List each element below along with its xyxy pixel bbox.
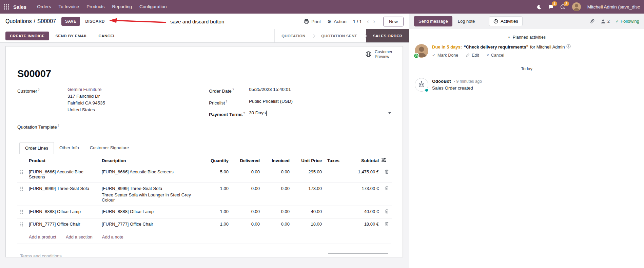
stage-sales-order[interactable]: SALES ORDER — [366, 29, 409, 42]
tab-customer-signature[interactable]: Customer Signature — [84, 142, 135, 154]
pricelist-value[interactable]: Public Pricelist (USD) — [249, 98, 391, 107]
cell-invoiced[interactable]: 0.00 — [262, 183, 292, 206]
cell-unit-price[interactable]: 173.00 — [292, 183, 325, 206]
pager-next-icon[interactable]: › — [371, 18, 377, 24]
cell-product[interactable]: [FURN_7777] Office Chair — [26, 218, 99, 231]
drag-handle-icon[interactable] — [20, 210, 23, 215]
terms-placeholder[interactable]: Terms and conditions... — [20, 253, 65, 257]
order-line-row[interactable]: [FURN_8888] Office Lamp [FURN_8888] Offi… — [17, 206, 392, 218]
order-date-value[interactable]: 05/25/2023 15:40:01 — [249, 86, 391, 95]
delete-row-icon[interactable] — [385, 209, 389, 214]
cell-unit-price[interactable]: 18.00 — [292, 218, 325, 231]
column-delivered[interactable]: Delivered — [231, 154, 262, 166]
column-invoiced[interactable]: Invoiced — [262, 154, 292, 166]
send-by-email-button[interactable]: SEND BY EMAIL — [51, 32, 92, 40]
cell-delivered[interactable]: 0.00 — [231, 218, 262, 231]
send-message-button[interactable]: Send message — [414, 16, 452, 26]
action-menu-button[interactable]: ⚙ Action — [327, 19, 347, 24]
order-line-row[interactable]: [FURN_7777] Office Chair [FURN_7777] Off… — [17, 218, 392, 231]
add-a-product-link[interactable]: Add a product — [29, 234, 56, 240]
column-description[interactable]: Description — [99, 154, 201, 166]
activities-button[interactable]: Activities — [489, 16, 522, 26]
delete-row-icon[interactable] — [385, 169, 389, 174]
cell-description[interactable]: [FURN_8999] Three-Seat Sofa Three Seater… — [99, 183, 201, 206]
cell-invoiced[interactable]: 0.00 — [262, 218, 292, 231]
create-invoice-button[interactable]: CREATE INVOICE — [5, 32, 49, 40]
menu-products[interactable]: Products — [83, 0, 108, 14]
delete-row-icon[interactable] — [385, 186, 389, 191]
cell-quantity[interactable]: 1.00 — [201, 183, 231, 206]
log-note-button[interactable]: Log note — [454, 16, 479, 26]
column-taxes[interactable]: Taxes — [325, 154, 348, 166]
messages-icon[interactable]: 4 — [548, 4, 554, 9]
cell-quantity[interactable]: 1.00 — [201, 206, 231, 218]
cell-taxes[interactable] — [325, 206, 348, 218]
cell-product[interactable]: [FURN_6666] Acoustic Bloc Screens — [26, 166, 99, 183]
cell-description[interactable]: [FURN_8888] Office Lamp — [99, 206, 201, 218]
dropdown-caret-icon[interactable] — [388, 112, 391, 114]
cell-quantity[interactable]: 5.00 — [201, 166, 231, 183]
breadcrumb-quotations-link[interactable]: Quotations — [5, 18, 32, 24]
info-icon[interactable] — [566, 44, 571, 50]
menu-to-invoice[interactable]: To Invoice — [55, 0, 83, 14]
cell-taxes[interactable] — [325, 183, 348, 206]
cancel-button[interactable]: CANCEL — [94, 32, 120, 40]
user-avatar[interactable] — [572, 2, 581, 11]
cell-delivered[interactable]: 0.00 — [231, 183, 262, 206]
cell-delivered[interactable]: 0.00 — [231, 166, 262, 183]
user-menu[interactable]: Mitchell Admin (save_disc — [587, 4, 640, 9]
pager-previous-icon[interactable]: ‹ — [365, 18, 371, 24]
cell-unit-price[interactable]: 295.00 — [292, 166, 325, 183]
add-a-section-link[interactable]: Add a section — [66, 234, 93, 240]
print-button[interactable]: Print — [304, 19, 321, 24]
activities-clock-icon[interactable]: 2 — [560, 4, 566, 9]
cell-delivered[interactable]: 0.00 — [231, 206, 262, 218]
customer-link[interactable]: Gemini Furniture — [67, 87, 102, 92]
cell-description[interactable]: [FURN_6666] Acoustic Bloc Screens — [99, 166, 201, 183]
moon-icon[interactable] — [536, 4, 542, 9]
cell-product[interactable]: [FURN_8888] Office Lamp — [26, 206, 99, 218]
optional-columns-icon[interactable] — [382, 158, 386, 162]
apps-grid-icon[interactable] — [4, 4, 9, 9]
cell-description[interactable]: [FURN_7777] Office Chair — [99, 218, 201, 231]
column-product[interactable]: Product — [26, 154, 99, 166]
cell-invoiced[interactable]: 0.00 — [262, 206, 292, 218]
drag-handle-icon[interactable] — [20, 223, 23, 228]
cell-quantity[interactable]: 1.00 — [201, 218, 231, 231]
column-unit-price[interactable]: Unit Price — [292, 154, 325, 166]
order-line-row[interactable]: [FURN_8999] Three-Seat Sofa [FURN_8999] … — [17, 183, 392, 206]
cell-taxes[interactable] — [325, 218, 348, 231]
cell-taxes[interactable] — [325, 166, 348, 183]
column-quantity[interactable]: Quantity — [201, 154, 231, 166]
discard-button[interactable]: DISCARD — [81, 17, 108, 26]
following-button[interactable]: ✓ Following — [616, 19, 639, 24]
drag-handle-icon[interactable] — [20, 187, 23, 192]
mark-done-button[interactable]: ✓ Mark Done — [432, 53, 458, 58]
planned-activities-toggle[interactable]: ▼ Planned activities — [409, 35, 644, 40]
payment-terms-input[interactable]: 30 Days — [249, 110, 391, 118]
menu-orders[interactable]: Orders — [33, 0, 55, 14]
add-a-note-link[interactable]: Add a note — [102, 234, 123, 240]
customer-preview-button[interactable]: Customer Preview — [359, 46, 403, 62]
followers-button[interactable]: 2 — [601, 19, 610, 24]
save-button[interactable]: SAVE — [61, 17, 80, 26]
order-line-row[interactable]: [FURN_6666] Acoustic Bloc Screens [FURN_… — [17, 166, 392, 183]
cell-unit-price[interactable]: 40.00 — [292, 206, 325, 218]
new-button[interactable]: New — [383, 17, 404, 26]
attachment-icon[interactable] — [589, 19, 595, 24]
stage-quotation-sent[interactable]: QUOTATION SENT — [314, 29, 364, 42]
edit-activity-button[interactable]: Edit — [466, 53, 479, 58]
tab-other-info[interactable]: Other Info — [54, 142, 84, 154]
menu-configuration[interactable]: Configuration — [136, 0, 170, 14]
menu-reporting[interactable]: Reporting — [109, 0, 136, 14]
stage-quotation[interactable]: QUOTATION — [275, 29, 312, 42]
drag-handle-icon[interactable] — [20, 170, 23, 175]
delete-row-icon[interactable] — [385, 222, 389, 226]
app-name[interactable]: Sales — [13, 4, 26, 10]
cancel-activity-button[interactable]: × Cancel — [487, 53, 504, 58]
cell-invoiced[interactable]: 0.00 — [262, 166, 292, 183]
tab-order-lines[interactable]: Order Lines — [19, 142, 54, 154]
column-subtotal[interactable]: Subtotal — [348, 154, 382, 166]
cell-product[interactable]: [FURN_8999] Three-Seat Sofa — [26, 183, 99, 206]
quotation-template-input[interactable] — [67, 122, 209, 131]
